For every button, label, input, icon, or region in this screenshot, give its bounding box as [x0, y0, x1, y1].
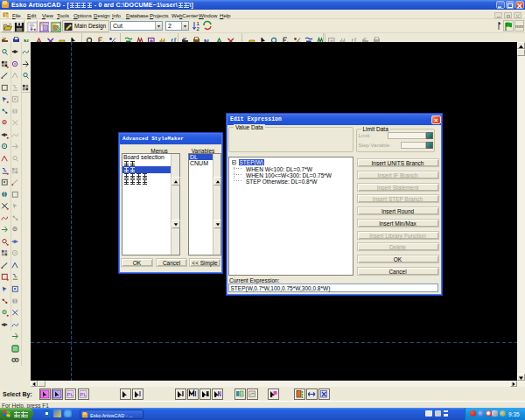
- svg-text:PL: PL: [67, 392, 74, 397]
- svg-text:PL: PL: [80, 392, 88, 397]
- svg-text:2: 2: [197, 26, 200, 32]
